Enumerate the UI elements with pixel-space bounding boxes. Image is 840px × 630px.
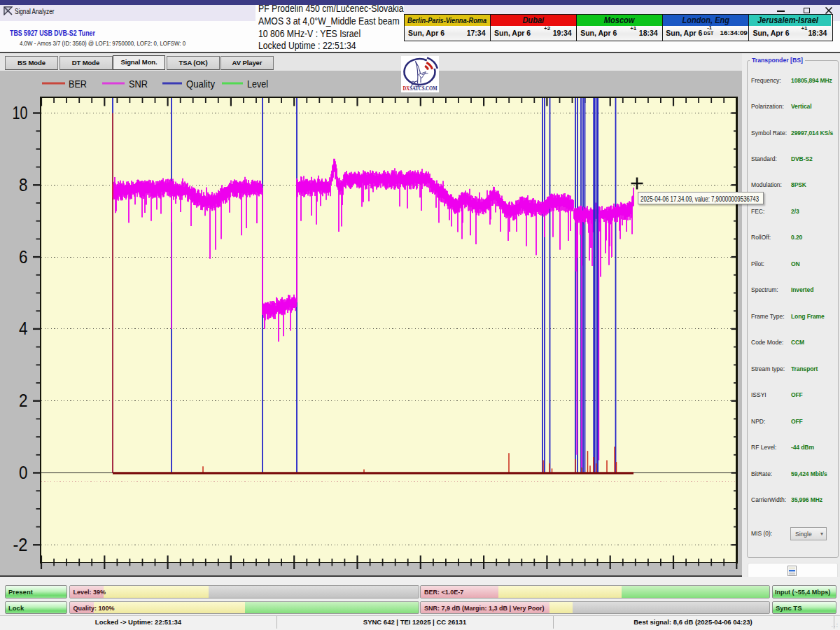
- svg-text:DXSATCS.COM: DXSATCS.COM: [403, 84, 438, 91]
- svg-text:2: 2: [19, 391, 28, 410]
- svg-text:8: 8: [19, 175, 28, 195]
- svg-text:BER: BER: [69, 78, 87, 90]
- svg-text:Quality: Quality: [186, 78, 215, 90]
- svg-text:10: 10: [13, 103, 28, 122]
- svg-text:4: 4: [19, 318, 28, 338]
- svg-text:0: 0: [19, 463, 28, 482]
- svg-text:-2: -2: [13, 535, 28, 554]
- svg-text:SNR: SNR: [129, 78, 148, 90]
- svg-text:6: 6: [19, 247, 28, 267]
- svg-text:Level: Level: [247, 78, 268, 90]
